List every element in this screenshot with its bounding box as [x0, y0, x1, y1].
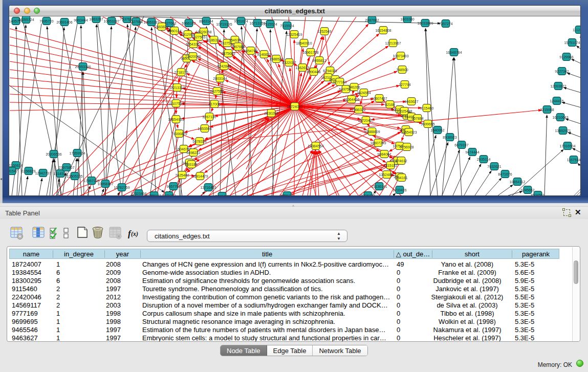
svg-text:7986322: 7986322 [352, 108, 365, 112]
svg-text:5498222: 5498222 [186, 151, 200, 155]
svg-text:16961758: 16961758 [302, 51, 318, 54]
svg-text:13524851: 13524851 [379, 173, 395, 177]
svg-text:23420046: 23420046 [185, 55, 201, 58]
svg-text:9115460: 9115460 [420, 106, 434, 110]
svg-text:7515524: 7515524 [280, 24, 294, 28]
svg-text:9356172: 9356172 [280, 194, 294, 196]
svg-text:7216485: 7216485 [215, 194, 229, 196]
svg-text:391547: 391547 [9, 169, 18, 173]
svg-text:9551624: 9551624 [234, 19, 248, 23]
svg-text:2830203: 2830203 [264, 112, 278, 115]
svg-text:8454749: 8454749 [244, 49, 257, 53]
svg-text:9245652: 9245652 [520, 188, 534, 192]
svg-text:874612: 874612 [395, 159, 407, 163]
svg-text:10653287: 10653287 [103, 19, 119, 23]
svg-text:8663144: 8663144 [199, 19, 213, 23]
svg-text:13716485: 13716485 [200, 186, 216, 189]
svg-text:1353594: 1353594 [198, 127, 211, 130]
svg-text:2935114: 2935114 [477, 158, 491, 161]
svg-text:9699695: 9699695 [421, 122, 434, 126]
svg-text:1362615: 1362615 [295, 66, 309, 70]
svg-text:12323466: 12323466 [130, 192, 146, 195]
svg-text:16782759: 16782759 [114, 186, 129, 189]
svg-text:17359924: 17359924 [69, 151, 85, 155]
svg-text:1244415: 1244415 [550, 99, 563, 103]
svg-text:6966102: 6966102 [182, 21, 195, 25]
svg-text:14055724: 14055724 [18, 18, 34, 21]
svg-text:9657791: 9657791 [166, 185, 180, 188]
svg-text:3215958: 3215958 [540, 108, 554, 112]
svg-text:12505135: 12505135 [67, 174, 82, 178]
svg-text:12325419: 12325419 [286, 33, 302, 36]
svg-text:254161: 254161 [396, 176, 407, 180]
svg-text:3875685: 3875685 [221, 52, 235, 55]
svg-text:12213967: 12213967 [385, 41, 401, 45]
svg-text:1063287: 1063287 [89, 17, 103, 21]
svg-text:16033809: 16033809 [417, 21, 433, 25]
svg-text:7357274: 7357274 [439, 22, 452, 26]
svg-text:3267130: 3267130 [202, 115, 216, 119]
svg-text:16107553: 16107553 [168, 102, 184, 105]
svg-text:15720407: 15720407 [358, 119, 374, 122]
svg-text:2087682: 2087682 [365, 18, 379, 22]
svg-text:17016504: 17016504 [559, 144, 575, 148]
svg-text:3624554: 3624554 [357, 91, 371, 95]
svg-text:957884: 957884 [411, 117, 423, 120]
svg-text:5878334: 5878334 [192, 140, 206, 143]
svg-text:16914479: 16914479 [192, 174, 208, 178]
svg-text:9327503: 9327503 [191, 35, 205, 39]
svg-text:7625402: 7625402 [175, 173, 189, 177]
svg-text:23975867: 23975867 [58, 166, 74, 169]
svg-text:9463627: 9463627 [404, 100, 418, 103]
svg-text:1156829: 1156829 [22, 169, 36, 173]
svg-text:10688609: 10688609 [364, 130, 380, 134]
svg-text:127794: 127794 [399, 83, 410, 86]
svg-text:1327602: 1327602 [129, 20, 143, 24]
svg-text:10607487: 10607487 [371, 97, 387, 100]
svg-text:2803144: 2803144 [213, 77, 227, 80]
svg-text:9474444: 9474444 [465, 150, 479, 154]
svg-text:19384554: 19384554 [308, 144, 323, 148]
svg-text:8524501: 8524501 [531, 193, 545, 196]
svg-text:1640952: 1640952 [430, 128, 444, 132]
svg-text:18607249: 18607249 [370, 141, 386, 145]
svg-text:9356142: 9356142 [147, 194, 161, 196]
svg-text:1815152: 1815152 [383, 164, 397, 167]
svg-text:8960124: 8960124 [167, 29, 181, 33]
svg-text:10958107: 10958107 [97, 182, 113, 186]
svg-text:1588520: 1588520 [269, 57, 283, 61]
svg-text:16543362: 16543362 [185, 42, 201, 46]
svg-text:1314519: 1314519 [53, 172, 67, 176]
svg-text:18640910: 18640910 [296, 41, 312, 45]
svg-text:20206536: 20206536 [46, 152, 61, 156]
svg-text:10654112: 10654112 [510, 180, 526, 184]
svg-text:21364436: 21364436 [343, 98, 359, 101]
svg-text:1733426: 1733426 [393, 188, 406, 192]
svg-text:1252549: 1252549 [317, 30, 331, 33]
svg-text:1603380: 1603380 [400, 17, 414, 21]
svg-text:13692971: 13692971 [555, 129, 571, 133]
svg-text:9063444: 9063444 [74, 18, 88, 22]
svg-text:9227342: 9227342 [555, 70, 569, 73]
svg-text:15751074: 15751074 [564, 41, 580, 45]
svg-text:10973493: 10973493 [393, 54, 408, 58]
svg-text:6679197: 6679197 [454, 143, 468, 147]
svg-text:7515524: 7515524 [263, 23, 277, 26]
svg-text:8990448: 8990448 [307, 70, 320, 74]
svg-text:154634: 154634 [229, 38, 241, 42]
svg-text:8186323: 8186323 [207, 38, 221, 42]
svg-text:2718170: 2718170 [174, 71, 188, 74]
svg-text:16154808: 16154808 [375, 29, 391, 32]
svg-text:6794028: 6794028 [323, 69, 337, 73]
svg-text:62160: 62160 [385, 103, 395, 106]
svg-text:18724007: 18724007 [287, 105, 302, 108]
svg-text:748500: 748500 [396, 68, 408, 72]
svg-text:9129966: 9129966 [559, 55, 573, 59]
svg-text:8216424: 8216424 [361, 194, 375, 196]
svg-text:893189: 893189 [185, 163, 197, 166]
svg-text:6322037: 6322037 [282, 61, 296, 64]
svg-text:9756928: 9756928 [400, 145, 413, 149]
svg-text:20053346: 20053346 [75, 65, 91, 69]
svg-text:9146821: 9146821 [257, 53, 271, 56]
svg-text:12093872: 12093872 [550, 84, 566, 88]
